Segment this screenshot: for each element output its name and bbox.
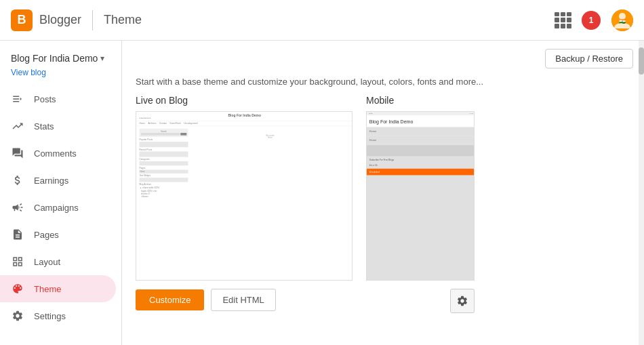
mini-widget-search: Search	[140, 129, 188, 137]
avatar[interactable]: 🇮🇳	[611, 9, 633, 31]
scrollbar[interactable]	[639, 41, 644, 345]
sidebar-item-earnings[interactable]: Earnings	[0, 167, 116, 194]
sidebar-bottom: Reading List Help	[0, 340, 121, 345]
settings-icon	[11, 309, 24, 323]
sidebar-item-reading-list[interactable]: Reading List	[0, 340, 116, 345]
comments-icon	[11, 146, 24, 160]
sidebar-label-posts: Posts	[34, 94, 56, 104]
sidebar-item-pages[interactable]: Pages	[0, 221, 116, 248]
mobile-disabled-bar: Disabled	[367, 169, 475, 176]
mobile-settings-gear[interactable]	[450, 289, 475, 313]
live-preview: Blog For India Demo ♦ ♦ ♦ ♦ ♦ ♦ ♦ ♦ Home…	[136, 111, 353, 281]
main-layout: Blog For India Demo ▾ View blog Posts St…	[0, 41, 644, 345]
sidebar-item-campaigns[interactable]: Campaigns	[0, 194, 116, 221]
logo-group: B Blogger	[11, 9, 81, 31]
main-content: Start with a base theme and customize yo…	[122, 77, 644, 345]
mini-pages: Pages	[140, 167, 188, 169]
sidebar-label-theme: Theme	[34, 284, 61, 294]
mini-blog-icons: ♦ ♦ ♦ ♦ ♦ ♦ ♦ ♦	[140, 117, 350, 119]
sidebar-item-theme[interactable]: Theme	[0, 275, 116, 302]
brand-name: Blogger	[39, 13, 81, 27]
live-preview-section: Live on Blog Blog For India Demo ♦ ♦ ♦ ♦…	[136, 95, 353, 311]
preview-actions: Customize Edit HTML	[136, 289, 353, 311]
sidebar-label-comments: Comments	[34, 148, 77, 159]
sidebar-item-stats[interactable]: Stats	[0, 113, 116, 140]
posts-icon	[11, 92, 24, 106]
view-blog-link[interactable]: View blog	[0, 66, 121, 85]
sidebar-item-settings[interactable]: Settings	[0, 302, 116, 329]
pages-icon	[11, 228, 24, 241]
mobile-menu-home-2: Home	[367, 136, 475, 144]
edit-html-button[interactable]: Edit HTML	[211, 289, 275, 311]
sidebar-nav: Posts Stats Comments Earnings Campaigns …	[0, 85, 121, 329]
mini-popular-posts: Popular Posts	[140, 139, 188, 141]
mobile-preview: ◀ ⊞ ▶ More ▾ Blog For India Demo Home Ho…	[366, 111, 475, 281]
theme-icon	[11, 282, 24, 296]
sidebar: Blog For India Demo ▾ View blog Posts St…	[0, 41, 122, 345]
sidebar-label-stats: Stats	[34, 121, 54, 131]
sidebar-label-settings: Settings	[34, 311, 66, 321]
mobile-menu-home-1: Home	[367, 127, 475, 136]
mini-blog: Blog For India Demo ♦ ♦ ♦ ♦ ♦ ♦ ♦ ♦ Home…	[136, 112, 353, 281]
live-label: Live on Blog	[136, 95, 353, 106]
blog-name: Blog For India Demo	[11, 53, 98, 64]
svg-text:🇮🇳: 🇮🇳	[619, 18, 626, 24]
mini-recent-posts: Recent Posts	[140, 148, 188, 150]
mini-blog-sidebar: Search Popular Posts Recent Posts	[140, 129, 188, 199]
app-header: B Blogger Theme 1 🇮🇳	[0, 0, 644, 41]
sidebar-item-comments[interactable]: Comments	[0, 140, 116, 167]
main-area: Backup / Restore Start with a base theme…	[122, 41, 644, 345]
avatar-image: 🇮🇳	[611, 9, 633, 31]
blog-selector[interactable]: Blog For India Demo ▾	[0, 46, 121, 66]
mobile-preview-section: Mobile ◀ ⊞ ▶ More ▾ Blog For India Demo …	[366, 95, 475, 313]
header-actions: 1 🇮🇳	[555, 9, 633, 31]
earnings-icon	[11, 174, 24, 187]
intro-text: Start with a base theme and customize yo…	[136, 77, 630, 87]
mobile-inner: ◀ ⊞ ▶ More ▾ Blog For India Demo Home Ho…	[367, 112, 475, 281]
mobile-label: Mobile	[366, 95, 475, 106]
sidebar-label-pages: Pages	[34, 230, 59, 240]
apps-icon[interactable]	[555, 12, 571, 28]
toolbar: Backup / Restore	[122, 41, 644, 77]
mini-categories: Categories	[140, 158, 188, 160]
page-title: Theme	[104, 13, 142, 27]
sidebar-label-campaigns: Campaigns	[34, 203, 79, 213]
mini-blog-nav: HomeArchivesContactGuest BookUncategoriz…	[136, 121, 353, 126]
blogger-icon: B	[11, 9, 33, 31]
sidebar-item-layout[interactable]: Layout	[0, 248, 116, 275]
backup-restore-button[interactable]: Backup / Restore	[545, 49, 633, 68]
sidebar-label-layout: Layout	[34, 257, 60, 267]
header-divider	[92, 10, 93, 31]
mini-text-widget: Text Widget	[140, 175, 188, 177]
sidebar-item-posts[interactable]: Posts	[0, 85, 116, 113]
notification-badge[interactable]: 1	[582, 11, 601, 30]
mini-main-area: No posts None	[190, 129, 350, 199]
customize-button[interactable]: Customize	[136, 289, 204, 310]
mini-blog-body: Search Popular Posts Recent Posts	[136, 126, 353, 201]
sidebar-label-earnings: Earnings	[34, 176, 68, 186]
stats-icon	[11, 119, 24, 133]
mobile-blog-title: Blog For India Demo	[367, 115, 475, 127]
campaigns-icon	[11, 201, 24, 214]
previews-container: Live on Blog Blog For India Demo ♦ ♦ ♦ ♦…	[136, 95, 630, 313]
mini-blog-header: Blog For India Demo ♦ ♦ ♦ ♦ ♦ ♦ ♦ ♦	[136, 112, 353, 121]
mini-blog-archive: Blog Archive	[140, 183, 188, 185]
chevron-down-icon: ▾	[100, 54, 104, 63]
layout-icon	[11, 255, 24, 268]
scrollbar-thumb	[639, 47, 644, 75]
